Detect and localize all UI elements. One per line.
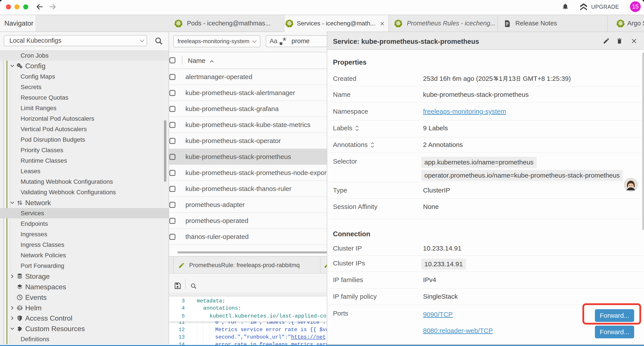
svg-text:HELM: HELM	[17, 307, 23, 309]
